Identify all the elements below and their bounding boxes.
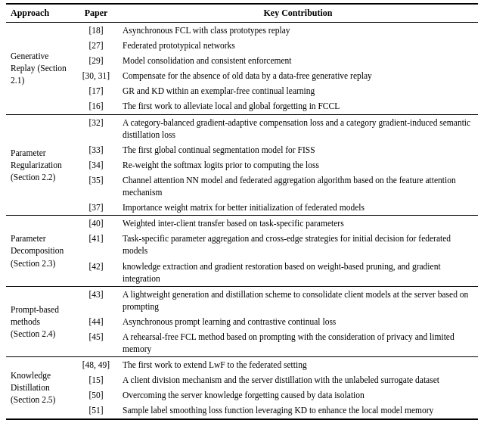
paper-ref: [15] [74,372,118,387]
contribution-text: knowledge extraction and gradient restor… [118,259,478,287]
table-row: [34]Re-weight the softmax logits prior t… [6,157,478,173]
paper-ref: [51] [74,403,118,418]
paper-ref: [40] [74,216,118,232]
contribution-text: Asynchronous prompt learning and contras… [118,314,478,329]
table-row: [44]Asynchronous prompt learning and con… [6,314,478,329]
paper-ref: [30, 31] [74,68,118,83]
table-row: [45]A rehearsal-free FCL method based on… [6,329,478,357]
paper-ref: [17] [74,83,118,98]
paper-ref: [42] [74,259,118,287]
contribution-text: A rehearsal-free FCL method based on pro… [118,329,478,357]
approach-cell: Generative Replay (Section 2.1) [6,23,74,115]
table-row: [50]Overcoming the server knowledge forg… [6,387,478,403]
table-row: Generative Replay (Section 2.1)[18]Async… [6,23,478,39]
contribution-text: A lightweight generation and distillatio… [118,286,478,314]
table-row: [41]Task-specific parameter aggregation … [6,231,478,258]
contribution-text: The first work to alleviate local and gl… [118,98,478,114]
contribution-text: The first global continual segmentation … [118,142,478,157]
table-row: [51]Sample label smoothing loss function… [6,403,478,418]
header-paper: Paper [74,4,118,23]
paper-ref: [27] [74,38,118,53]
table-row: [37]Importance weight matrix for better … [6,200,478,216]
paper-ref: [18] [74,23,118,39]
paper-ref: [41] [74,231,118,258]
paper-ref: [34] [74,157,118,173]
table-row: [42]knowledge extraction and gradient re… [6,259,478,287]
contribution-text: Overcoming the server knowledge forgetti… [118,387,478,403]
table-row: Parameter Regularization (Section 2.2)[3… [6,114,478,142]
table-row: Prompt-based methods (Section 2.4)[43]A … [6,286,478,314]
table-row: Knowledge Distillation (Section 2.5)[48,… [6,357,478,373]
contribution-text: Task-specific parameter aggregation and … [118,231,478,258]
approach-cell: Knowledge Distillation (Section 2.5) [6,357,74,419]
paper-ref: [35] [74,173,118,200]
paper-ref: [37] [74,200,118,216]
table-row: [17]GR and KD within an exemplar-free co… [6,83,478,98]
approach-cell: Prompt-based methods (Section 2.4) [6,286,74,356]
table-row: [35]Channel attention NN model and feder… [6,173,478,200]
paper-ref: [50] [74,387,118,403]
contribution-text: Compensate for the absence of old data b… [118,68,478,83]
paper-ref: [45] [74,329,118,357]
contribution-text: Sample label smoothing loss function lev… [118,403,478,418]
paper-ref: [16] [74,98,118,114]
contribution-text: Asynchronous FCL with class prototypes r… [118,23,478,39]
contribution-text: Model consolidation and consistent enfor… [118,53,478,68]
contribution-text: Weighted inter-client transfer based on … [118,216,478,232]
table-row: [27]Federated prototypical networks [6,38,478,53]
paper-ref: [32] [74,114,118,142]
table-row: Parameter Decomposition (Section 2.3)[40… [6,216,478,232]
paper-ref: [33] [74,142,118,157]
approach-cell: Parameter Regularization (Section 2.2) [6,114,74,216]
table-container: Approach Paper Key Contribution Generati… [0,0,484,423]
contribution-text: A category-balanced gradient-adaptive co… [118,114,478,142]
paper-ref: [29] [74,53,118,68]
contribution-text: A client division mechanism and the serv… [118,372,478,387]
table-row: [30, 31]Compensate for the absence of ol… [6,68,478,83]
contribution-text: Re-weight the softmax logits prior to co… [118,157,478,173]
header-approach: Approach [6,4,74,23]
table-row: [15]A client division mechanism and the … [6,372,478,387]
table-row: [29]Model consolidation and consistent e… [6,53,478,68]
contribution-text: The first work to extend LwF to the fede… [118,357,478,373]
contribution-text: Federated prototypical networks [118,38,478,53]
contribution-text: GR and KD within an exemplar-free contin… [118,83,478,98]
contribution-text: Importance weight matrix for better init… [118,200,478,216]
main-table: Approach Paper Key Contribution Generati… [6,3,478,420]
header-contribution: Key Contribution [118,4,478,23]
table-row: [33]The first global continual segmentat… [6,142,478,157]
contribution-text: Channel attention NN model and federated… [118,173,478,200]
paper-ref: [43] [74,286,118,314]
paper-ref: [44] [74,314,118,329]
table-row: [16]The first work to alleviate local an… [6,98,478,114]
approach-cell: Parameter Decomposition (Section 2.3) [6,216,74,286]
paper-ref: [48, 49] [74,357,118,373]
